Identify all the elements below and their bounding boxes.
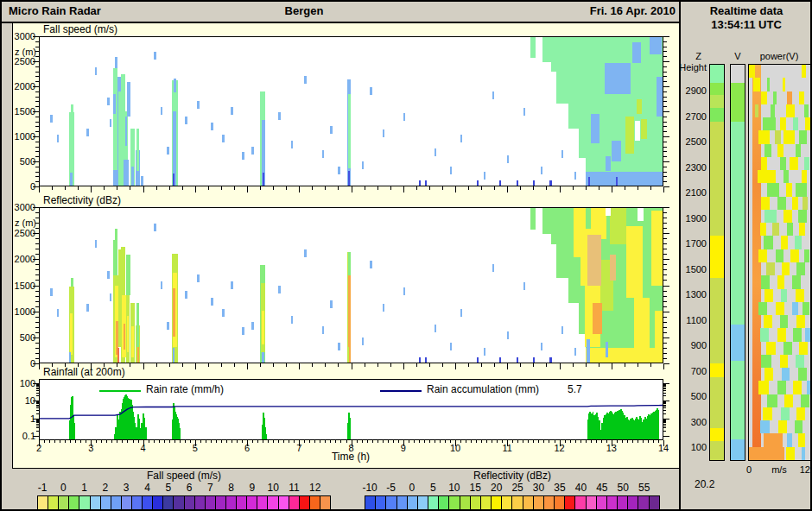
colorbar-cell — [480, 496, 491, 509]
axis-tick — [36, 420, 39, 421]
axis-tick-label: 2500 — [7, 56, 35, 66]
axis-tick — [663, 81, 667, 82]
power-cell — [804, 157, 809, 170]
axis-tick — [156, 186, 157, 190]
colorbar-cell — [448, 496, 459, 509]
axis-tick — [663, 280, 667, 281]
axis-tick — [663, 181, 667, 182]
axis-tick — [625, 363, 625, 367]
colorbar-cell — [470, 496, 480, 509]
axis-tick — [663, 66, 667, 67]
heatmap-cell — [556, 72, 586, 104]
heatmap-speck — [425, 357, 428, 363]
axis-tick — [35, 218, 39, 218]
axis-tick-label: 3000 — [7, 202, 35, 212]
heatmap-cell — [263, 173, 264, 186]
power-cell — [796, 355, 804, 368]
heatmap-speck — [574, 348, 577, 356]
axis-tick — [117, 363, 117, 367]
heatmap-speck — [222, 309, 225, 317]
heatmap-cell — [125, 117, 127, 146]
colorbar-cell — [131, 496, 142, 509]
heatmap-speck — [574, 172, 577, 180]
heatmap-cell — [115, 229, 117, 240]
fall-speed-colorbar — [37, 495, 331, 510]
heatmap-speck — [549, 180, 552, 186]
axis-tick-label: 0.1 — [7, 431, 35, 441]
heatmap-speck — [561, 150, 564, 158]
heatmap-speck — [477, 357, 479, 363]
heatmap-speck — [492, 91, 495, 99]
axis-tick — [638, 440, 638, 443]
accumulation-total: 20.2 — [695, 479, 714, 490]
heatmap-speck — [304, 76, 307, 84]
heatmap-cell — [530, 208, 536, 230]
power-cell — [777, 197, 786, 210]
colorbar-cell — [121, 496, 131, 509]
axis-tick — [35, 301, 39, 302]
axis-tick — [234, 186, 235, 190]
colorbar-tick-label: 12 — [303, 483, 327, 493]
axis-tick — [35, 76, 39, 77]
axis-tick — [36, 410, 39, 411]
axis-tick — [35, 97, 39, 98]
axis-tick — [663, 385, 666, 386]
power-cell — [798, 433, 806, 446]
heatmap-cell — [641, 119, 647, 139]
axis-tick — [390, 363, 391, 367]
axis-tick — [543, 440, 544, 443]
axis-tick-label: 500 — [7, 156, 35, 167]
heatmap-cell — [586, 172, 663, 186]
axis-tick — [283, 440, 284, 443]
power-cell — [798, 368, 807, 381]
power-cell — [761, 355, 771, 368]
axis-tick — [586, 363, 587, 367]
axis-tick — [232, 440, 232, 443]
v-profile-strip — [730, 64, 745, 461]
axis-tick — [36, 385, 39, 386]
axis-tick — [560, 186, 561, 192]
axis-tick — [663, 228, 667, 229]
axis-tick — [625, 186, 625, 190]
z-profile-strip — [709, 64, 725, 461]
axis-tick — [663, 363, 669, 364]
axis-tick — [35, 223, 39, 224]
heatmap-cell — [542, 37, 551, 62]
axis-tick — [663, 390, 666, 391]
axis-tick — [663, 243, 667, 244]
heatmap-speck — [338, 343, 340, 350]
axis-tick — [367, 440, 368, 443]
axis-tick — [424, 440, 425, 443]
axis-tick — [663, 274, 667, 275]
axis-tick — [36, 390, 39, 391]
axis-tick — [663, 254, 667, 255]
heatmap-speck — [533, 357, 536, 363]
power-cell — [767, 183, 779, 196]
heatmap-cell — [634, 298, 650, 348]
heatmap-speck — [95, 240, 98, 248]
colorbar-cell — [278, 496, 289, 509]
heatmap-cell — [113, 170, 119, 186]
axis-tick — [309, 440, 310, 443]
colorbar-cell — [289, 496, 299, 509]
axis-tick — [419, 440, 420, 443]
axis-tick — [36, 427, 39, 428]
axis-tick — [663, 306, 667, 307]
axis-tick — [599, 186, 599, 190]
fall-speed-title: Fall speed (m/s) — [43, 24, 117, 35]
power-cell — [771, 104, 775, 117]
heatmap-speck — [370, 87, 372, 95]
axis-tick — [663, 383, 669, 384]
axis-tick — [36, 401, 39, 402]
axis-tick — [663, 156, 667, 157]
heatmap-cell — [113, 94, 116, 114]
heatmap-speck — [362, 338, 365, 345]
axis-tick — [104, 186, 105, 190]
heatmap-speck — [460, 309, 463, 317]
axis-tick — [663, 218, 667, 218]
axis-tick — [36, 393, 39, 394]
axis-tick — [533, 186, 534, 190]
colorbar-cell — [257, 496, 267, 509]
axis-tick — [314, 440, 315, 443]
axis-tick — [663, 384, 666, 385]
